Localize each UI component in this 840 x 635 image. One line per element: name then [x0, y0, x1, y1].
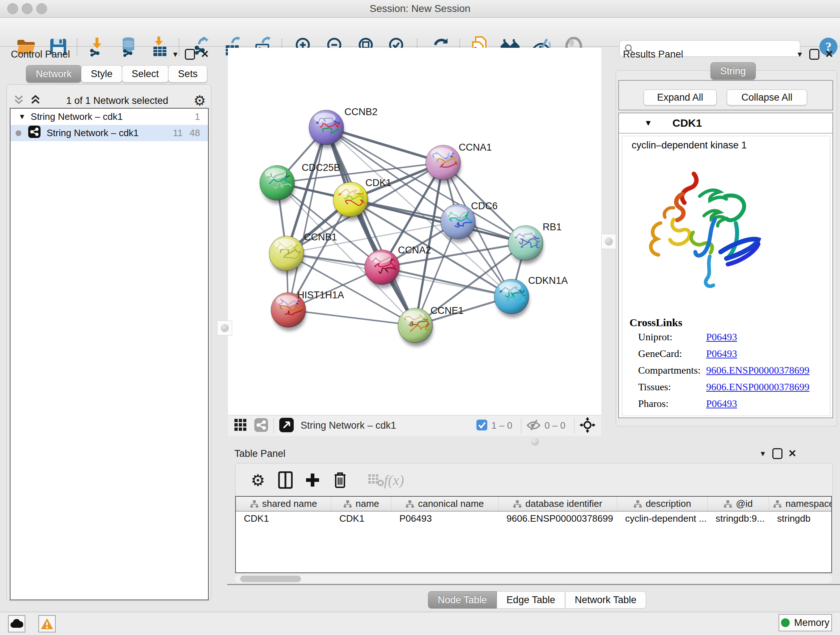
edge-count: 48 [189, 127, 200, 139]
column-header-shared-name[interactable]: shared name [236, 497, 332, 511]
status-bar: Memory [0, 612, 840, 635]
table-settings-gear-icon[interactable]: ⚙ [247, 469, 269, 491]
column-header-database-identifier[interactable]: database identifier [499, 497, 617, 511]
node-label-CCNB1[interactable]: CCNB1 [304, 232, 337, 242]
delete-column-icon[interactable] [329, 469, 351, 491]
column-header-description[interactable]: description [617, 497, 707, 511]
app-window: Session: New Session [0, 0, 840, 635]
table-tabs: Node Table Edge Table Network Table [428, 591, 646, 608]
node-label-CDKN1A[interactable]: CDKN1A [528, 275, 568, 286]
memory-button[interactable]: Memory [778, 614, 832, 631]
panel-menu-icon[interactable]: ▼ [172, 51, 179, 58]
panel-float-icon[interactable] [772, 448, 783, 459]
network-options-gear-icon[interactable]: ⚙ [194, 94, 206, 108]
node-label-HIST1H1A[interactable]: HIST1H1A [297, 290, 344, 301]
memory-label: Memory [794, 617, 829, 629]
crosslink-label: Pharos: [638, 398, 706, 409]
crosslink-link[interactable]: P06493 [706, 398, 737, 409]
tab-select[interactable]: Select [122, 65, 169, 82]
table-toolbar: ⚙ f(x) [235, 463, 833, 497]
selected-nodes-checkbox-icon[interactable] [476, 419, 488, 432]
control-panel-tabs: Network Style Select Sets [26, 65, 207, 82]
panel-close-icon[interactable]: ✕ [788, 448, 797, 459]
tree-expand-icon[interactable]: ▼ [19, 112, 26, 121]
column-header--id[interactable]: @id [707, 497, 769, 511]
birdseye-crosshair-icon[interactable] [579, 417, 595, 434]
node-label-CCNA1[interactable]: CCNA1 [459, 142, 492, 153]
protein-header-row[interactable]: ▼ CDK1 [619, 113, 832, 134]
network-overview-icon[interactable] [254, 418, 268, 434]
function-builder-icon[interactable]: f(x) [383, 469, 405, 491]
table-row[interactable]: CDK1CDK1P064939606.ENSP00000378699cyclin… [236, 511, 831, 525]
crosslink-link[interactable]: 9606.ENSP00000378699 [706, 364, 809, 376]
node-label-CCNA2[interactable]: CCNA2 [398, 245, 431, 256]
node-label-CDK1[interactable]: CDK1 [365, 177, 392, 188]
table-cell[interactable]: 9606.ENSP00000378699 [499, 513, 617, 524]
table-horizontal-scrollbar[interactable] [235, 575, 832, 583]
grid-view-icon[interactable] [234, 418, 248, 433]
column-header-name[interactable]: name [332, 497, 392, 511]
node-label-CDC25B[interactable]: CDC25B [302, 162, 340, 173]
network-label: String Network – cdk1 [47, 127, 139, 139]
table-cell[interactable]: cyclin-dependent ... [617, 513, 707, 524]
tab-edge-table[interactable]: Edge Table [497, 591, 565, 608]
tab-node-table[interactable]: Node Table [428, 591, 497, 608]
crosslink-row: Compartments: 9606.ENSP00000378699 [630, 362, 809, 379]
panel-close-icon[interactable]: ✕ [825, 49, 834, 59]
network-view-toolbar: String Network – cdk1 1 – 0 0 – 0 [228, 415, 601, 436]
tab-string[interactable]: String [711, 62, 756, 80]
table-header-row: shared namenamecanonical namedatabase id… [236, 497, 831, 511]
node-label-CDC6[interactable]: CDC6 [471, 201, 498, 211]
network-tree: ▼ String Network – cdk1 1 String Network… [10, 108, 209, 600]
hidden-eye-slash-icon[interactable] [526, 419, 541, 432]
open-in-window-icon[interactable] [279, 417, 294, 434]
crosslink-link[interactable]: 9606.ENSP00000378699 [706, 381, 809, 393]
panel-close-icon[interactable]: ✕ [201, 49, 209, 59]
left-splitter-handle[interactable] [217, 320, 232, 336]
panel-float-icon[interactable] [809, 49, 819, 60]
tab-sets[interactable]: Sets [168, 65, 207, 82]
panel-menu-icon[interactable]: ▼ [759, 450, 767, 457]
horizontal-splitter[interactable] [228, 435, 840, 447]
node-label-RB1[interactable]: RB1 [543, 222, 562, 233]
table-cell[interactable]: CDK1 [332, 513, 392, 524]
table-cell[interactable]: P06493 [392, 513, 499, 524]
column-header-canonical-name[interactable]: canonical name [392, 497, 499, 511]
crosslink-row: Pharos: P06493 [630, 395, 809, 412]
node-label-CCNB2[interactable]: CCNB2 [344, 106, 378, 117]
warning-status-icon[interactable] [38, 615, 56, 632]
collapse-section-icon[interactable]: ▼ [644, 119, 652, 128]
network-collection-row[interactable]: ▼ String Network – cdk1 1 [11, 109, 208, 125]
show-columns-icon[interactable] [275, 469, 296, 491]
expand-all-networks-icon[interactable] [13, 94, 24, 108]
horizontal-splitter-handle[interactable] [531, 438, 539, 446]
table-cell[interactable]: CDK1 [236, 513, 332, 524]
results-panel: Results Panel ▼ ✕ String Expand All Coll… [616, 48, 838, 426]
network-panel-body: 1 of 1 Network selected ⚙ ▼ String Netwo… [6, 84, 211, 601]
crosslink-link[interactable]: P06493 [706, 348, 737, 359]
cloud-status-icon[interactable] [8, 615, 25, 632]
crosslink-link[interactable]: P06493 [706, 331, 737, 343]
tab-network-table[interactable]: Network Table [565, 591, 646, 608]
collapse-all-button[interactable]: Collapse All [727, 89, 807, 105]
table-cell[interactable]: stringdb [769, 513, 832, 524]
add-column-icon[interactable] [302, 469, 324, 491]
panel-menu-icon[interactable]: ▼ [796, 51, 804, 58]
expand-collapse-box: Expand All Collapse All [618, 80, 833, 111]
collapse-all-networks-icon[interactable] [30, 94, 41, 108]
control-panel-title: Control Panel [11, 49, 70, 60]
expand-all-button[interactable]: Expand All [644, 89, 717, 105]
results-panel-header: Results Panel ▼ ✕ [616, 48, 838, 61]
panel-float-icon[interactable] [185, 49, 195, 60]
tab-network[interactable]: Network [26, 65, 81, 82]
crosslink-row: Uniprot: P06493 [630, 329, 809, 345]
tab-style[interactable]: Style [81, 65, 122, 82]
table-cell[interactable]: stringdb:9... [707, 513, 769, 524]
network-row[interactable]: String Network – cdk1 11 48 [11, 125, 208, 141]
node-label-CCNE1[interactable]: CCNE1 [431, 305, 464, 316]
scrollbar-thumb[interactable] [240, 576, 301, 582]
right-splitter-handle[interactable] [601, 234, 616, 249]
column-header-namespace[interactable]: namespace [769, 497, 832, 511]
network-canvas[interactable]: CCNB2CCNA1CDC25BCDK1CDC6RB1CCNB1CCNA2CDK… [228, 48, 601, 415]
hidden-counts: 0 – 0 [545, 420, 565, 431]
